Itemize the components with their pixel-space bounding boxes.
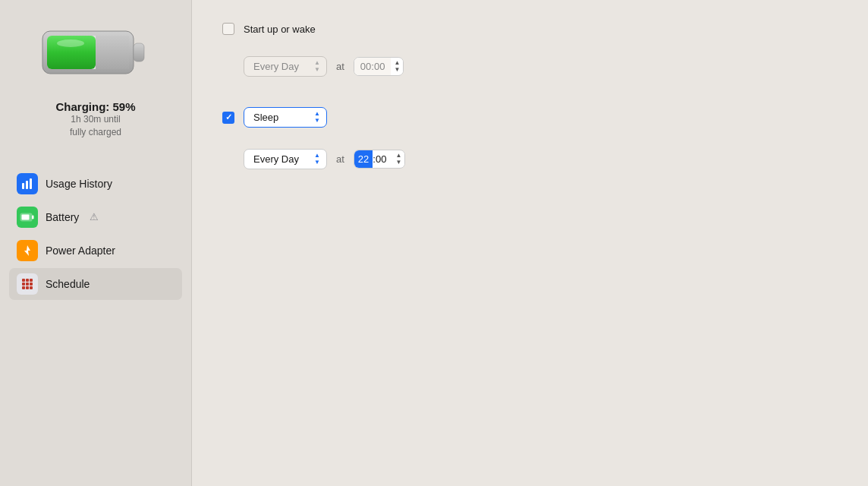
sleep-action-arrow-down: ▼ xyxy=(314,118,320,124)
sidebar: Charging: 59% 1h 30m until fully charged… xyxy=(0,0,192,486)
svg-rect-21 xyxy=(26,286,29,289)
svg-rect-22 xyxy=(30,286,33,289)
sleep-row: Sleep ▲ ▼ xyxy=(222,107,838,128)
startup-time-spinners: ▲ ▼ xyxy=(391,58,403,74)
sleep-day-arrow-down: ▼ xyxy=(314,159,320,166)
sleep-time-down[interactable]: ▼ xyxy=(395,159,401,166)
sleep-time-field[interactable]: 22 :00 ▲ ▼ xyxy=(354,150,405,169)
sleep-time-spinners: ▲ ▼ xyxy=(392,151,404,167)
main-content: Start up or wake Every Day ▲ ▼ at 00:00 … xyxy=(192,0,868,486)
svg-rect-11 xyxy=(22,214,30,219)
battery-illustration xyxy=(39,22,153,83)
sleep-day-dropdown[interactable]: Every Day ▲ ▼ xyxy=(244,149,327,169)
startup-day-arrow-down: ▼ xyxy=(314,67,320,73)
svg-rect-9 xyxy=(30,178,32,189)
startup-time-down[interactable]: ▼ xyxy=(394,67,400,73)
startup-time-value: 00:00 xyxy=(354,58,392,75)
sidebar-item-battery[interactable]: Battery ⚠ xyxy=(9,201,182,233)
sleep-checkbox[interactable] xyxy=(222,112,234,124)
svg-rect-20 xyxy=(22,286,25,289)
charging-subtitle: 1h 30m until fully charged xyxy=(55,113,135,139)
sidebar-nav: Usage History Battery ⚠ Power Adapter xyxy=(0,168,191,300)
svg-rect-17 xyxy=(22,282,25,286)
sleep-day-arrows: ▲ ▼ xyxy=(314,153,320,166)
sidebar-item-schedule[interactable]: Schedule xyxy=(9,268,182,300)
svg-rect-16 xyxy=(30,279,33,282)
startup-time-up[interactable]: ▲ xyxy=(394,60,400,66)
sleep-action-dropdown[interactable]: Sleep ▲ ▼ xyxy=(244,107,327,128)
sleep-day-arrow-up: ▲ xyxy=(314,153,320,159)
svg-point-6 xyxy=(57,39,84,47)
sleep-dropdown-row: Every Day ▲ ▼ at 22 :00 ▲ ▼ xyxy=(244,149,838,169)
startup-day-dropdown[interactable]: Every Day ▲ ▼ xyxy=(244,56,327,77)
svg-rect-8 xyxy=(26,181,28,189)
sleep-time-up[interactable]: ▲ xyxy=(395,153,401,159)
svg-rect-7 xyxy=(22,183,24,189)
startup-day-arrow-up: ▲ xyxy=(314,60,320,66)
sleep-action-arrows: ▲ ▼ xyxy=(314,111,320,124)
battery-warning-icon: ⚠ xyxy=(90,211,99,222)
sidebar-item-label-schedule: Schedule xyxy=(46,278,90,290)
startup-label: Start up or wake xyxy=(244,24,316,35)
sidebar-item-power-adapter[interactable]: Power Adapter xyxy=(9,235,182,267)
svg-rect-12 xyxy=(32,215,34,219)
startup-row: Start up or wake xyxy=(222,23,838,35)
startup-time-field[interactable]: 00:00 ▲ ▼ xyxy=(354,57,404,76)
svg-rect-4 xyxy=(96,36,129,69)
svg-rect-14 xyxy=(22,279,25,282)
svg-rect-15 xyxy=(26,279,29,282)
startup-day-arrows: ▲ ▼ xyxy=(314,60,320,73)
startup-checkbox[interactable] xyxy=(222,23,234,35)
sidebar-item-label-usage-history: Usage History xyxy=(46,178,112,190)
svg-rect-18 xyxy=(26,282,29,286)
sleep-time-minutes: :00 xyxy=(373,150,392,168)
sidebar-item-usage-history[interactable]: Usage History xyxy=(9,168,182,200)
sleep-time-hours: 22 xyxy=(354,150,373,168)
battery-nav-icon xyxy=(17,207,38,228)
power-adapter-icon xyxy=(17,240,38,261)
svg-rect-19 xyxy=(30,282,33,286)
svg-marker-13 xyxy=(24,245,30,256)
svg-rect-5 xyxy=(134,43,144,62)
startup-dropdown-row: Every Day ▲ ▼ at 00:00 ▲ ▼ xyxy=(244,56,838,77)
battery-icon-container xyxy=(35,18,156,87)
charging-title: Charging: 59% xyxy=(55,100,135,113)
sidebar-item-label-battery: Battery xyxy=(46,211,79,223)
schedule-icon xyxy=(17,273,38,295)
usage-history-icon xyxy=(17,173,38,194)
sidebar-item-label-power-adapter: Power Adapter xyxy=(46,245,115,257)
startup-at-label: at xyxy=(336,61,344,72)
charging-status: Charging: 59% 1h 30m until fully charged xyxy=(55,100,135,139)
sleep-at-label: at xyxy=(336,153,344,165)
sleep-action-arrow-up: ▲ xyxy=(314,111,320,117)
